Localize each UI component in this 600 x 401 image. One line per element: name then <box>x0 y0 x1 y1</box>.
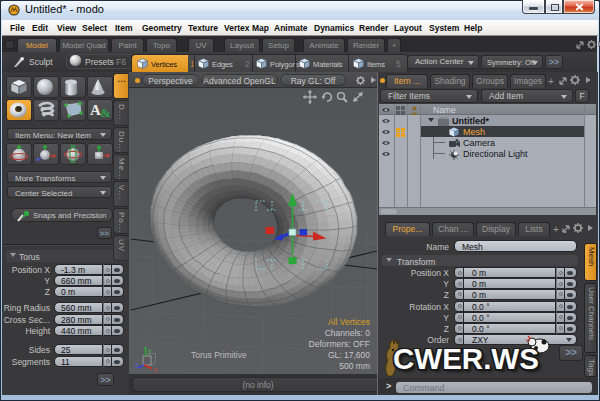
svg-text:x: x <box>154 366 158 373</box>
svg-text:&: & <box>100 105 111 119</box>
svg-text:z: z <box>135 361 138 368</box>
